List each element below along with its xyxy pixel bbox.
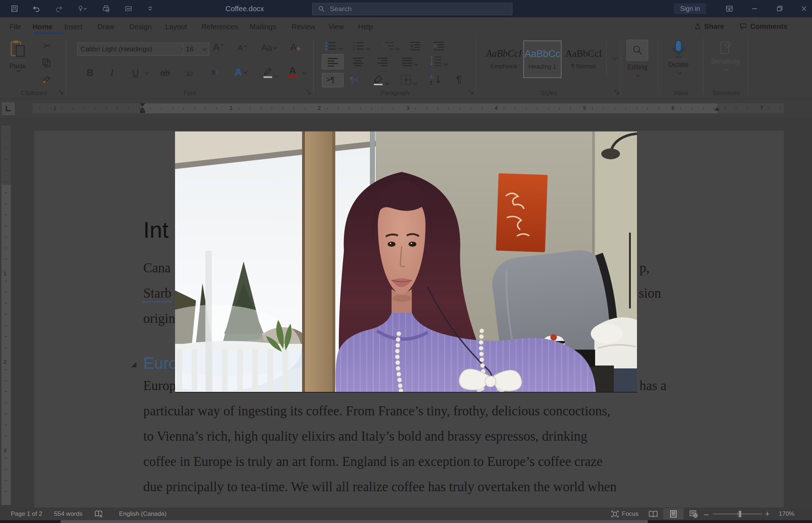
highlight-color-button[interactable] bbox=[262, 66, 278, 79]
minimize-button[interactable] bbox=[746, 0, 764, 17]
tab-review[interactable]: Review bbox=[292, 20, 328, 33]
read-mode-button[interactable] bbox=[643, 508, 663, 519]
cut-icon[interactable]: ✂ bbox=[43, 40, 51, 52]
touch-mouse-mode-icon[interactable] bbox=[77, 5, 88, 12]
page-indicator[interactable]: Page 1 of 2 bbox=[11, 507, 42, 520]
zoom-level[interactable]: 170% bbox=[779, 507, 794, 520]
shrink-font-button[interactable]: A bbox=[237, 43, 247, 53]
styles-dialog-launcher[interactable] bbox=[614, 90, 619, 96]
copy-icon[interactable] bbox=[42, 58, 51, 69]
underline-dropdown-chevron[interactable] bbox=[145, 70, 149, 75]
screenshot-icon[interactable] bbox=[125, 5, 133, 12]
text-effects-button[interactable]: A bbox=[235, 66, 247, 78]
ribbon-tab-bar: File Home Insert Draw Design Layout Refe… bbox=[0, 17, 812, 35]
borders-button[interactable] bbox=[401, 74, 416, 87]
underline-button[interactable]: U bbox=[132, 67, 139, 78]
ltr-text-direction-button[interactable]: >¶ bbox=[322, 73, 344, 87]
save-icon[interactable] bbox=[11, 5, 18, 12]
tab-mailings[interactable]: Mailings bbox=[250, 20, 292, 33]
style-heading-1[interactable]: AaBbCc Heading 1 bbox=[523, 40, 562, 78]
right-indent-marker[interactable] bbox=[715, 107, 720, 111]
status-bar: Page 1 of 2 554 words English (Canada) F… bbox=[0, 507, 812, 520]
style-emphasis[interactable]: AaBbCcI Emphasis bbox=[484, 40, 523, 77]
zoom-out-button[interactable]: – bbox=[704, 507, 708, 520]
tab-help[interactable]: Help bbox=[358, 20, 383, 33]
hanging-indent-marker[interactable] bbox=[140, 107, 145, 111]
bold-button[interactable]: B bbox=[87, 67, 93, 78]
grow-font-button[interactable]: A bbox=[213, 42, 224, 53]
restore-button[interactable] bbox=[771, 0, 789, 17]
bullets-button[interactable] bbox=[325, 41, 342, 52]
doc-body-line: sion bbox=[639, 285, 661, 301]
decrease-indent-button[interactable] bbox=[409, 41, 421, 52]
left-indent-marker[interactable] bbox=[140, 111, 145, 113]
tab-references[interactable]: References bbox=[201, 20, 250, 33]
align-right-button[interactable] bbox=[377, 57, 388, 68]
tab-layout[interactable]: Layout bbox=[165, 20, 201, 33]
align-center-button[interactable] bbox=[352, 57, 364, 68]
styles-gallery-chevron[interactable] bbox=[612, 56, 617, 60]
web-layout-button[interactable] bbox=[684, 508, 704, 519]
style-normal[interactable]: AaBbCcI ¶ Normal bbox=[563, 40, 604, 77]
zoom-slider-handle[interactable] bbox=[739, 511, 741, 517]
italic-button[interactable]: I bbox=[110, 67, 114, 78]
first-line-indent-marker[interactable] bbox=[140, 103, 145, 107]
print-icon[interactable] bbox=[102, 5, 110, 12]
paragraph-dialog-launcher[interactable] bbox=[468, 90, 473, 96]
justify-button[interactable] bbox=[401, 57, 418, 68]
editing-button[interactable]: Editing bbox=[627, 40, 648, 77]
line-spacing-button[interactable] bbox=[429, 55, 448, 68]
print-layout-button[interactable] bbox=[663, 508, 684, 519]
sensitivity-button[interactable]: Sensitivity bbox=[711, 40, 740, 71]
sort-button[interactable]: AZ bbox=[429, 74, 443, 87]
shading-button[interactable] bbox=[372, 74, 389, 87]
font-name-combobox[interactable]: Calibri Light (Headings) bbox=[77, 43, 188, 56]
tab-design[interactable]: Design bbox=[129, 20, 165, 33]
font-dialog-launcher[interactable] bbox=[306, 90, 311, 96]
bottom-edge-strip bbox=[0, 520, 812, 523]
tab-home[interactable]: Home bbox=[32, 20, 64, 33]
share-button[interactable]: Share bbox=[694, 22, 724, 31]
undo-icon[interactable] bbox=[32, 5, 40, 12]
sign-in-button[interactable]: Sign in bbox=[674, 3, 706, 14]
clipboard-dialog-launcher[interactable] bbox=[58, 90, 64, 96]
align-left-button[interactable] bbox=[322, 54, 344, 69]
redo-icon[interactable] bbox=[55, 5, 63, 12]
dictate-button[interactable]: Dictate bbox=[668, 39, 689, 74]
tab-file[interactable]: File bbox=[9, 20, 32, 33]
customize-qat-icon[interactable] bbox=[147, 5, 153, 12]
comments-button[interactable]: Comments bbox=[739, 22, 787, 31]
format-painter-icon[interactable] bbox=[41, 74, 52, 86]
doc-body-line: due principally to tea-time. We will all… bbox=[143, 479, 617, 494]
superscript-button[interactable]: x2 bbox=[211, 67, 218, 77]
tab-draw[interactable]: Draw bbox=[97, 20, 129, 33]
rtl-text-direction-button[interactable]: ¶< bbox=[350, 75, 359, 85]
horizontal-ruler[interactable]: 11234567 bbox=[32, 103, 784, 113]
tab-insert[interactable]: Insert bbox=[64, 20, 97, 33]
subscript-button[interactable]: x2 bbox=[186, 69, 193, 78]
font-size-combobox[interactable]: 16 bbox=[183, 43, 209, 56]
font-color-button[interactable]: A bbox=[288, 66, 297, 77]
tab-view[interactable]: View bbox=[328, 20, 358, 33]
show-hide-pilcrow-button[interactable]: ¶ bbox=[456, 74, 462, 85]
multilevel-list-button[interactable]: 1ai bbox=[382, 41, 399, 52]
zoom-in-button[interactable]: + bbox=[765, 507, 770, 520]
numbering-button[interactable]: 123 bbox=[352, 41, 370, 52]
close-button[interactable] bbox=[796, 0, 812, 17]
paste-button[interactable]: Paste bbox=[9, 40, 26, 72]
proofing-errors-icon[interactable] bbox=[95, 507, 103, 520]
vertical-ruler[interactable]: 123 bbox=[1, 126, 11, 505]
tab-stop-selector[interactable] bbox=[2, 103, 14, 115]
change-case-button[interactable]: Aa bbox=[261, 43, 277, 53]
heading-collapse-triangle[interactable] bbox=[131, 362, 136, 367]
language-indicator[interactable]: English (Canada) bbox=[119, 507, 166, 520]
focus-button[interactable]: Focus bbox=[611, 507, 638, 520]
strikethrough-button[interactable]: ab bbox=[160, 68, 170, 78]
ribbon-display-options-icon[interactable] bbox=[720, 0, 738, 17]
clear-formatting-button[interactable]: A bbox=[290, 42, 301, 53]
font-color-dropdown-chevron[interactable] bbox=[302, 70, 307, 75]
search-input[interactable]: Search bbox=[312, 3, 512, 15]
webcam-video-overlay[interactable] bbox=[175, 131, 637, 393]
word-count[interactable]: 554 words bbox=[54, 507, 82, 520]
increase-indent-button[interactable] bbox=[433, 41, 445, 52]
